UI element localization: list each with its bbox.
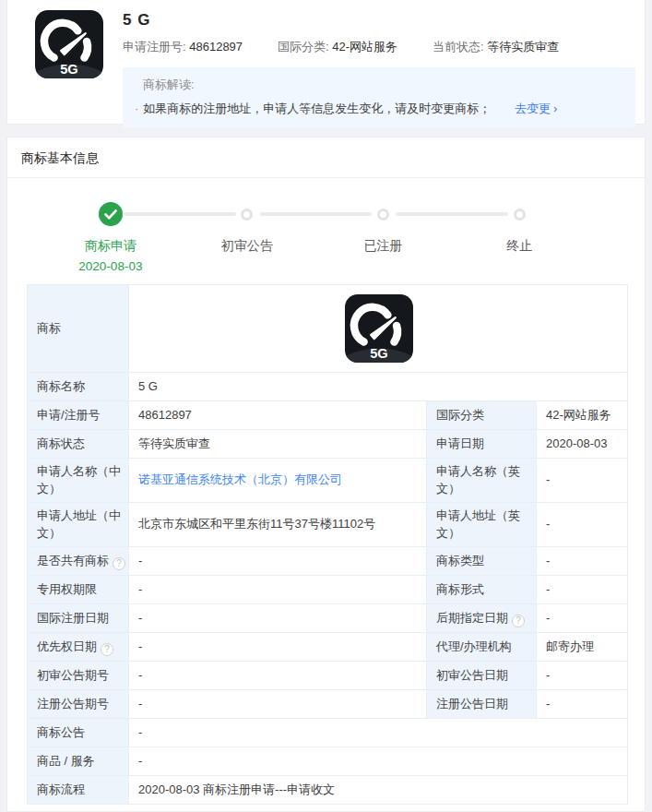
table-row: 商品 / 服务- bbox=[28, 746, 628, 775]
table-label-text: 商标流程 bbox=[37, 782, 85, 796]
table-value-cell: - bbox=[537, 661, 628, 689]
table-label-text: 申请/注册号 bbox=[37, 408, 101, 422]
table-row: 国际注册日期-后期指定日期?- bbox=[28, 603, 628, 632]
table-label-cell: 申请/注册号 bbox=[28, 400, 129, 429]
table-label-text: 申请人名称（英文） bbox=[436, 464, 520, 496]
notice-text: 如果商标的注册地址，申请人等信息发生变化，请及时变更商标； bbox=[143, 102, 491, 115]
table-row: 商标 5G bbox=[28, 284, 628, 372]
timeline-connector bbox=[451, 202, 587, 226]
header-meta-item-3: 当前状态: 等待实质审查 bbox=[433, 40, 559, 54]
header-content: 5 G 申请注册号: 48612897国际分类: 42-网站服务当前状态: 等待… bbox=[103, 9, 635, 124]
table-label-cell: 商标流程 bbox=[28, 775, 129, 804]
table-label-cell: 后期指定日期? bbox=[427, 603, 537, 632]
timeline: 商标申请2020-08-03初审公告已注册终止 bbox=[7, 178, 645, 276]
table-label-text: 注册公告日期 bbox=[436, 697, 508, 710]
page: { "header": { "title": "5 G", "logo_text… bbox=[0, 0, 652, 812]
check-icon bbox=[99, 202, 123, 226]
header-meta-item-1: 申请注册号: 48612897 bbox=[123, 40, 243, 54]
table-label-text: 商标类型 bbox=[436, 554, 484, 567]
timeline-step-label: 商标申请 bbox=[42, 238, 179, 255]
trademark-logo: 5G bbox=[35, 10, 103, 78]
timeline-step-label: 初审公告 bbox=[179, 238, 315, 255]
table-row: 商标状态等待实质审查申请日期2020-08-03 bbox=[28, 429, 628, 458]
table-label-cell: 初审公告日期 bbox=[427, 661, 537, 689]
table-label-text: 后期指定日期 bbox=[436, 611, 508, 625]
applicant-name-link[interactable]: 诺基亚通信系统技术（北京）有限公司 bbox=[138, 472, 342, 486]
table-label-text: 申请日期 bbox=[436, 436, 484, 450]
table-value-cell: - bbox=[129, 546, 427, 575]
svg-text:5G: 5G bbox=[60, 62, 78, 77]
timeline-step-4: 终止 bbox=[451, 202, 587, 276]
table-label-cell: 专用权期限 bbox=[28, 575, 129, 603]
table-label-text: 商标 bbox=[37, 321, 61, 335]
change-trademark-link[interactable]: 去变更› bbox=[515, 102, 557, 115]
table-row: 优先权日期?-代理/办理机构邮寄办理 bbox=[28, 632, 628, 661]
table-label-cell: 代理/办理机构 bbox=[427, 632, 537, 661]
table-label-cell: 商标类型 bbox=[427, 546, 537, 575]
table-value-cell: 42-网站服务 bbox=[537, 400, 628, 429]
table-label-cell: 是否共有商标? bbox=[28, 546, 129, 575]
table-row: 注册公告期号-注册公告日期- bbox=[28, 689, 628, 718]
help-icon[interactable]: ? bbox=[512, 615, 525, 627]
meta-label: 申请注册号: bbox=[123, 40, 189, 54]
table-row: 申请人名称（中文）诺基亚通信系统技术（北京）有限公司申请人名称（英文）- bbox=[28, 458, 628, 502]
table-label-cell: 国际注册日期 bbox=[28, 603, 129, 632]
table-label-text: 国际分类 bbox=[436, 408, 484, 422]
timeline-step-label: 终止 bbox=[451, 238, 587, 255]
table-value-cell: 2020-08-03 bbox=[537, 429, 628, 458]
notice-line: ·如果商标的注册地址，申请人等信息发生变化，请及时变更商标； 去变更› bbox=[127, 101, 622, 117]
pending-dot-icon bbox=[514, 209, 526, 221]
meta-value: 42-网站服务 bbox=[332, 40, 397, 54]
table-label-cell: 申请人地址（中文） bbox=[28, 502, 129, 546]
table-label-cell: 初审公告期号 bbox=[28, 661, 129, 689]
table-label-cell: 申请人名称（中文） bbox=[28, 458, 129, 502]
table-label-cell: 商标形式 bbox=[427, 575, 537, 603]
table-row: 商标流程2020-08-03 商标注册申请---申请收文 bbox=[28, 775, 628, 804]
table-row: 申请/注册号48612897国际分类42-网站服务 bbox=[28, 400, 628, 429]
table-value-cell: 48612897 bbox=[129, 400, 427, 429]
help-icon[interactable]: ? bbox=[101, 643, 113, 656]
table-label-text: 代理/办理机构 bbox=[436, 639, 512, 653]
table-label-text: 专用权期限 bbox=[37, 582, 97, 596]
basic-info-card: 商标基本信息 商标申请2020-08-03初审公告已注册终止 商标 5G 商标名… bbox=[6, 137, 646, 812]
table-value-cell: - bbox=[129, 661, 427, 689]
table-row: 专用权期限-商标形式- bbox=[28, 575, 628, 603]
table-label-cell: 注册公告期号 bbox=[28, 689, 129, 718]
table-value-cell: - bbox=[537, 546, 628, 575]
table-label-text: 国际注册日期 bbox=[37, 611, 109, 625]
table-label-text: 初审公告期号 bbox=[37, 668, 109, 682]
header-meta-item-2: 国际分类: 42-网站服务 bbox=[278, 40, 397, 54]
table-value-cell: - bbox=[129, 632, 427, 661]
info-table-body: 商标 5G 商标名称5 G申请/注册号48612897国际分类42-网站服务商标… bbox=[28, 284, 628, 804]
table-label-text: 申请人地址（中文） bbox=[37, 508, 121, 541]
table-value-cell: 邮寄办理 bbox=[537, 632, 628, 661]
table-label-text: 优先权日期 bbox=[37, 639, 97, 653]
trademark-image-cell: 5G bbox=[129, 284, 628, 372]
header-meta: 申请注册号: 48612897国际分类: 42-网站服务当前状态: 等待实质审查 bbox=[123, 39, 635, 55]
table-label-text: 商标状态 bbox=[37, 436, 85, 450]
meta-label: 国际分类: bbox=[278, 40, 332, 54]
table-label-text: 商品 / 服务 bbox=[37, 754, 95, 768]
timeline-step-date: 2020-08-03 bbox=[77, 257, 144, 276]
notice-title: 商标解读: bbox=[127, 77, 622, 93]
table-label-text: 是否共有商标 bbox=[37, 554, 109, 567]
table-label-text: 申请人地址（英文） bbox=[436, 508, 520, 541]
table-label-cell: 申请人名称（英文） bbox=[427, 458, 537, 502]
info-table: 商标 5G 商标名称5 G申请/注册号48612897国际分类42-网站服务商标… bbox=[27, 284, 628, 805]
table-label-cell: 商品 / 服务 bbox=[28, 746, 129, 775]
table-value-cell: - bbox=[129, 689, 427, 718]
table-label-cell: 申请人地址（英文） bbox=[427, 502, 537, 546]
table-value-cell: - bbox=[129, 603, 427, 632]
table-label-cell: 商标公告 bbox=[28, 718, 129, 746]
page-title: 5 G bbox=[123, 9, 635, 30]
trademark-logo-5g-icon: 5G bbox=[345, 294, 413, 363]
table-label-text: 商标公告 bbox=[37, 725, 85, 739]
table-row: 是否共有商标?-商标类型- bbox=[28, 546, 628, 575]
section-title: 商标基本信息 bbox=[7, 137, 645, 178]
table-row: 商标名称5 G bbox=[28, 372, 628, 400]
meta-value: 48612897 bbox=[189, 40, 243, 54]
meta-label: 当前状态: bbox=[433, 40, 487, 54]
notice-box: 商标解读: ·如果商标的注册地址，申请人等信息发生变化，请及时变更商标； 去变更… bbox=[123, 67, 635, 128]
table-value-cell: 5 G bbox=[129, 372, 628, 400]
help-icon[interactable]: ? bbox=[113, 557, 125, 570]
